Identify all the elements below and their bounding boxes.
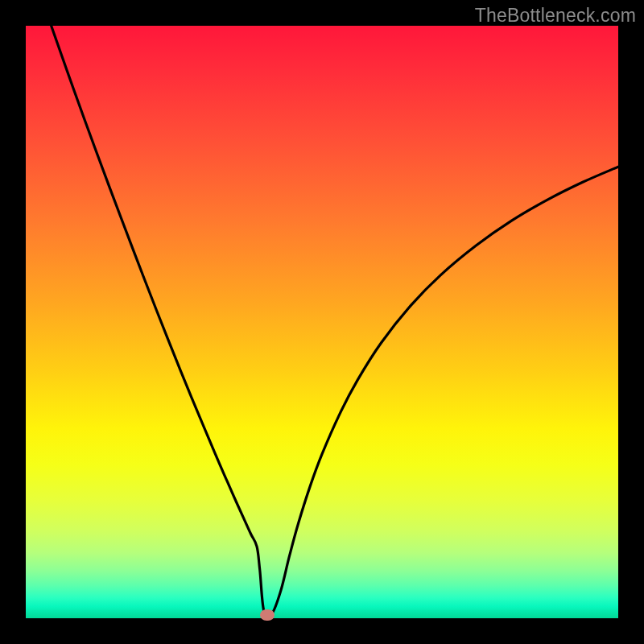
bottleneck-curve (26, 26, 618, 618)
chart-frame: TheBottleneck.com (0, 0, 644, 644)
minimum-marker (260, 609, 275, 621)
watermark-text: TheBottleneck.com (475, 5, 636, 27)
plot-area (26, 26, 618, 618)
